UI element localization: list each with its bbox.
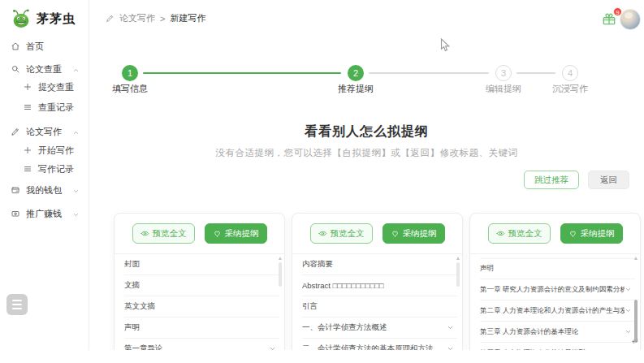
outline-item[interactable]: 英文文摘 [124, 296, 279, 318]
outline-cards: 预览全文采纳提纲封面文摘英文文摘声明第一章导论预览全文采纳提纲内容摘要Abstr… [114, 213, 641, 350]
browser-viewport: 茅茅虫 首页论文查重提交查重查重记录论文写作开始写作写作记录我的钱包推广赚钱 论… [0, 0, 644, 350]
wallet-icon [11, 185, 20, 195]
sidebar-item-sub-3[interactable]: 查重记录 [0, 97, 89, 117]
sidebar-item-label: 论文写作 [26, 126, 62, 138]
search-icon [11, 64, 20, 74]
scrollbar-up-arrow[interactable] [279, 257, 282, 260]
eye-icon [140, 229, 149, 238]
caret-down-icon [72, 187, 80, 194]
outline-item[interactable]: 引言 [302, 296, 457, 318]
card-actions: 预览全文采纳提纲 [470, 214, 640, 254]
breadcrumb-section[interactable]: 论文写作 [119, 12, 155, 24]
plus-icon [23, 145, 32, 155]
pencil-icon [11, 127, 20, 136]
step-dot-2: 2 [348, 65, 364, 81]
sidebar-item-sub-5[interactable]: 开始写作 [0, 140, 89, 160]
outline-item[interactable]: 第三章 人力资源会计的基本理论 [480, 322, 635, 343]
outline-list: 声明第一章 研究人力资源会计的意义及制约因素分析第二章 人力资本理论和人力资源会… [470, 258, 640, 350]
outline-item[interactable]: 第一章导论 [124, 339, 279, 350]
caret-up-icon [72, 128, 80, 136]
eye-icon [496, 229, 505, 238]
sidebar-item-1[interactable]: 论文查重 [0, 59, 89, 79]
step-connector-2 [369, 72, 489, 74]
floating-menu-button[interactable] [6, 294, 28, 315]
gift-button[interactable]: 9 [601, 11, 617, 27]
card-actions: 预览全文采纳提纲 [292, 214, 462, 254]
sidebar-item-label: 论文查重 [26, 63, 62, 76]
outline-item[interactable]: 第二章 人力资本理论和人力资源会计的产生与发展 [480, 300, 635, 322]
step-connector-3 [516, 72, 555, 74]
sidebar-item-label: 写作记录 [38, 163, 74, 175]
sidebar-item-7[interactable]: 我的钱包 [0, 180, 89, 200]
action-bar: 跳过推荐 返回 [524, 171, 629, 189]
preview-fulltext-button[interactable]: 预览全文 [310, 223, 373, 244]
step-label-2: 推荐提纲 [307, 83, 404, 95]
outline-item[interactable]: 声明 [480, 258, 635, 279]
step-connector-1 [143, 72, 341, 74]
caret-down-icon [625, 307, 632, 314]
list-icon [23, 102, 32, 112]
caterpillar-logo-icon [11, 8, 32, 29]
sidebar-item-8[interactable]: 推广赚钱 [0, 204, 89, 223]
caret-down-icon [447, 345, 454, 350]
scrollbar-thumb[interactable] [279, 262, 282, 287]
adopt-outline-button[interactable]: 采纳提纲 [560, 223, 623, 244]
eye-icon [318, 229, 327, 238]
adopt-outline-button[interactable]: 采纳提纲 [205, 223, 267, 244]
outline-list: 封面文摘英文文摘声明第一章导论 [115, 254, 284, 350]
avatar[interactable] [620, 9, 641, 30]
outline-card-3: 预览全文采纳提纲声明第一章 研究人力资源会计的意义及制约因素分析第二章 人力资本… [469, 213, 641, 350]
outline-item[interactable]: 内容摘要 [302, 254, 457, 275]
outline-card-2: 预览全文采纳提纲内容摘要Abstract □□□□□□□□□□□引言一、会计学侦… [292, 213, 463, 350]
caret-down-icon [625, 328, 632, 335]
home-icon [11, 41, 20, 51]
sidebar-item-label: 查重记录 [38, 102, 74, 114]
scrollbar-up-arrow[interactable] [634, 257, 638, 260]
sidebar-item-sub-6[interactable]: 写作记录 [0, 159, 89, 179]
outline-item[interactable]: 声明 [124, 318, 279, 339]
step-label-4: 沉浸写作 [521, 83, 619, 95]
heart-icon [568, 229, 577, 238]
return-mark-artifact: ↵ [632, 336, 639, 347]
outline-item[interactable]: 二、会计学侦查方法的基本原理和方法 [302, 339, 457, 350]
outline-item[interactable]: 文摘 [124, 275, 279, 296]
outline-item[interactable]: 第一章 研究人力资源会计的意义及制约因素分析 [480, 279, 635, 300]
scrollbar-up-arrow[interactable] [456, 257, 460, 260]
sidebar-item-4[interactable]: 论文写作 [0, 122, 89, 141]
caret-down-icon [447, 324, 454, 331]
caret-up-icon [72, 66, 80, 73]
page-subtitle: 没有合适提纲，您可以选择【自拟提纲】或【返回】修改标题、关键词 [89, 147, 644, 159]
app-window: 茅茅虫 首页论文查重提交查重查重记录论文写作开始写作写作记录我的钱包推广赚钱 论… [0, 0, 644, 363]
preview-fulltext-button[interactable]: 预览全文 [488, 223, 551, 244]
scrollbar-thumb[interactable] [456, 262, 460, 287]
back-button[interactable]: 返回 [588, 171, 629, 189]
page-title: 看看别人怎么拟提纲 [89, 123, 644, 140]
caret-down-icon [625, 286, 632, 293]
brand-name: 茅茅虫 [37, 11, 76, 27]
sidebar-item-label: 我的钱包 [26, 184, 62, 197]
caret-down-icon [269, 345, 276, 350]
sidebar-item-sub-2[interactable]: 提交查重 [0, 77, 89, 97]
outline-list: 内容摘要Abstract □□□□□□□□□□□引言一、会计学侦查方法概述二、会… [292, 254, 462, 350]
outline-item[interactable]: 封面 [124, 254, 279, 275]
breadcrumb-separator: > [160, 14, 165, 24]
outline-item[interactable]: 一、会计学侦查方法概述 [302, 318, 457, 339]
step-dot-1: 1 [122, 65, 138, 81]
heart-icon [213, 229, 222, 238]
caret-down-icon [625, 349, 632, 350]
sidebar-item-label: 提交查重 [38, 81, 74, 93]
sidebar-item-0[interactable]: 首页 [0, 37, 89, 56]
brand-logo[interactable]: 茅茅虫 [11, 8, 76, 29]
plus-icon [23, 82, 32, 92]
list-icon [23, 164, 32, 174]
outline-card-1: 预览全文采纳提纲封面文摘英文文摘声明第一章导论 [114, 213, 285, 350]
step-dot-3: 3 [495, 65, 512, 81]
preview-fulltext-button[interactable]: 预览全文 [132, 223, 195, 244]
caret-down-icon [72, 210, 80, 218]
breadcrumb: 论文写作 > 新建写作 [106, 12, 205, 24]
promo-icon [11, 209, 20, 218]
outline-item[interactable]: Abstract □□□□□□□□□□□ [302, 275, 457, 296]
adopt-outline-button[interactable]: 采纳提纲 [383, 223, 445, 244]
outline-item[interactable]: 第四章 人力资源资本化的计量模型 [480, 343, 635, 350]
skip-recommend-button[interactable]: 跳过推荐 [524, 171, 579, 189]
